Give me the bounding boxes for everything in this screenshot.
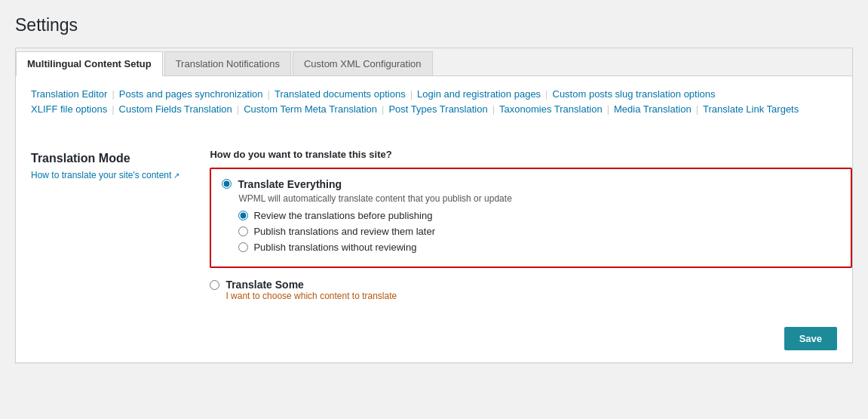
sub-option-review-before: Review the translations before publishin… — [238, 210, 840, 221]
translate-some-sublabel: I want to choose which content to transl… — [225, 291, 397, 301]
translate-everything-box: Translate Everything WPML will automatic… — [210, 168, 852, 268]
translate-some-label[interactable]: Translate Some — [225, 279, 397, 291]
question-label: How do you want to translate this site? — [210, 149, 852, 160]
tabs-row: Multilingual Content Setup Translation N… — [16, 48, 852, 76]
section-label-col: Translation Mode How to translate your s… — [31, 149, 179, 304]
translate-some-option: Translate Some I want to choose which co… — [210, 279, 852, 301]
sep1: | — [112, 88, 114, 100]
sub-option-publish-review-later: Publish translations and review them lat… — [238, 226, 840, 237]
subnav-link-login[interactable]: Login and registration pages — [417, 88, 541, 100]
sep5: | — [112, 103, 114, 115]
translate-some-radio[interactable] — [210, 280, 219, 290]
review-before-radio[interactable] — [238, 211, 248, 220]
translate-everything-sublabel: WPML will automatically translate conten… — [238, 193, 840, 204]
review-before-label[interactable]: Review the translations before publishin… — [253, 210, 432, 221]
publish-no-review-label[interactable]: Publish translations without reviewing — [253, 242, 416, 253]
publish-review-later-label[interactable]: Publish translations and review them lat… — [253, 226, 435, 237]
section-main-col: How do you want to translate this site? … — [210, 149, 852, 304]
section-area: Translation Mode How to translate your s… — [16, 134, 852, 319]
help-link[interactable]: How to translate your site's content ↗ — [31, 170, 179, 180]
translate-everything-radio[interactable] — [222, 179, 232, 189]
publish-review-later-radio[interactable] — [238, 226, 248, 236]
section-title: Translation Mode — [31, 152, 179, 165]
inner-content: Translation Editor | Posts and pages syn… — [16, 76, 852, 134]
tab-multilingual[interactable]: Multilingual Content Setup — [16, 51, 163, 76]
subnav-row1: Translation Editor | Posts and pages syn… — [31, 88, 837, 100]
sep3: | — [410, 88, 413, 100]
tab-xml[interactable]: Custom XML Configuration — [293, 51, 433, 75]
sep2: | — [268, 88, 270, 100]
external-link-icon: ↗ — [173, 171, 179, 180]
sep6: | — [237, 103, 239, 115]
page-title: Settings — [15, 15, 853, 35]
sep4: | — [545, 88, 547, 100]
publish-no-review-radio[interactable] — [238, 242, 248, 252]
save-row: Save — [16, 319, 852, 362]
tab-notifications[interactable]: Translation Notifications — [164, 51, 291, 75]
subnav-link-xliff[interactable]: XLIFF file options — [31, 103, 107, 115]
subnav-link-taxonomies[interactable]: Taxonomies Translation — [499, 103, 603, 115]
save-button[interactable]: Save — [784, 327, 837, 350]
help-link-text: How to translate your site's content — [31, 170, 171, 180]
subnav-link-translated-docs[interactable]: Translated documents options — [275, 88, 406, 100]
subnav-row2: XLIFF file options | Custom Fields Trans… — [31, 103, 837, 115]
settings-container: Multilingual Content Setup Translation N… — [15, 48, 853, 363]
sub-options: Review the translations before publishin… — [238, 210, 840, 253]
subnav-link-media[interactable]: Media Translation — [614, 103, 692, 115]
subnav-link-posts-pages[interactable]: Posts and pages synchronization — [119, 88, 263, 100]
translate-some-text: Translate Some I want to choose which co… — [225, 279, 397, 301]
subnav-link-custom-posts-slug[interactable]: Custom posts slug translation options — [553, 88, 716, 100]
sep7: | — [382, 103, 384, 115]
translate-everything-label[interactable]: Translate Everything — [238, 178, 342, 190]
subnav-link-post-types[interactable]: Post Types Translation — [388, 103, 487, 115]
sub-option-publish-no-review: Publish translations without reviewing — [238, 242, 840, 253]
subnav-link-translate-link[interactable]: Translate Link Targets — [703, 103, 799, 115]
translate-everything-option: Translate Everything — [222, 178, 840, 190]
sep8: | — [492, 103, 495, 115]
subnav-link-custom-term-meta[interactable]: Custom Term Meta Translation — [244, 103, 377, 115]
sep9: | — [607, 103, 609, 115]
subnav-link-custom-fields[interactable]: Custom Fields Translation — [119, 103, 232, 115]
translate-some-block: Translate Some I want to choose which co… — [210, 279, 852, 301]
subnav-link-translation-editor[interactable]: Translation Editor — [31, 88, 107, 100]
sep10: | — [696, 103, 698, 115]
